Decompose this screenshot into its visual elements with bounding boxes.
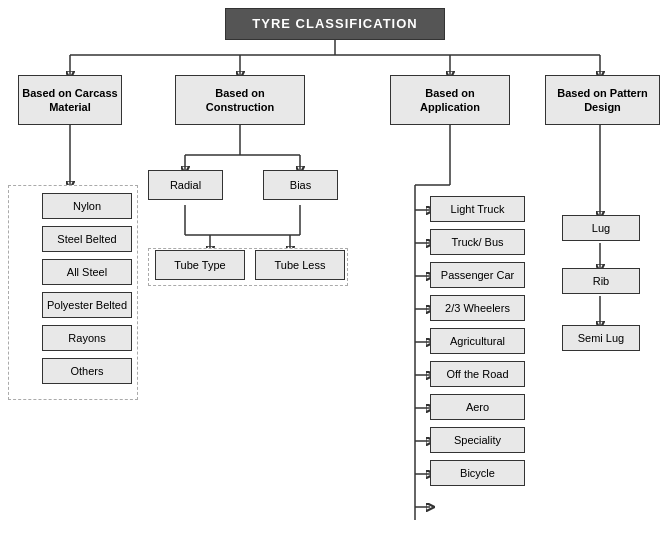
- category-carcass: Based on Carcass Material: [18, 75, 122, 125]
- app-item-2: Passenger Car: [430, 262, 525, 288]
- app-item-6: Aero: [430, 394, 525, 420]
- category-application: Based on Application: [390, 75, 510, 125]
- app-item-5: Off the Road: [430, 361, 525, 387]
- app-item-8: Bicycle: [430, 460, 525, 486]
- carcass-item-5: Others: [42, 358, 132, 384]
- category-pattern: Based on Pattern Design: [545, 75, 660, 125]
- carcass-item-0: Nylon: [42, 193, 132, 219]
- category-construction: Based on Construction: [175, 75, 305, 125]
- app-item-0: Light Truck: [430, 196, 525, 222]
- construction-radial: Radial: [148, 170, 223, 200]
- pattern-item-1: Rib: [562, 268, 640, 294]
- construction-tubetype: Tube Type: [155, 250, 245, 280]
- diagram: TYRE CLASSIFICATION Based on Carcass Mat…: [0, 0, 670, 559]
- carcass-item-3: Polyester Belted: [42, 292, 132, 318]
- app-item-4: Agricultural: [430, 328, 525, 354]
- title-box: TYRE CLASSIFICATION: [225, 8, 445, 40]
- app-item-1: Truck/ Bus: [430, 229, 525, 255]
- app-item-3: 2/3 Wheelers: [430, 295, 525, 321]
- carcass-item-2: All Steel: [42, 259, 132, 285]
- app-item-7: Speciality: [430, 427, 525, 453]
- pattern-item-0: Lug: [562, 215, 640, 241]
- pattern-item-2: Semi Lug: [562, 325, 640, 351]
- construction-bias: Bias: [263, 170, 338, 200]
- carcass-item-4: Rayons: [42, 325, 132, 351]
- carcass-item-1: Steel Belted: [42, 226, 132, 252]
- construction-tubeless: Tube Less: [255, 250, 345, 280]
